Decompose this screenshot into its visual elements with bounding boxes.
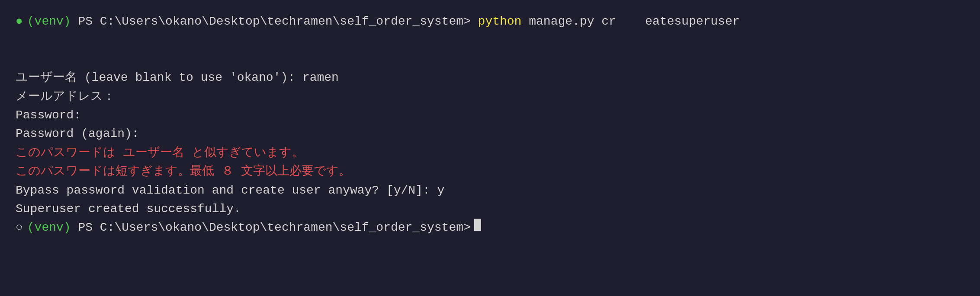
path-1: PS C:\Users\okano\Desktop\techramen\self… <box>71 12 471 31</box>
command-rest-1b: eatesuperuser <box>645 12 739 31</box>
terminal-line-8: Bypass password validation and create us… <box>16 181 964 200</box>
path-10: PS C:\Users\okano\Desktop\techramen\self… <box>71 218 471 237</box>
line-4-content: Password: <box>16 106 81 124</box>
prompt-dot-10: ○ <box>16 218 23 237</box>
terminal-line-9: Superuser created successfully. <box>16 200 964 218</box>
line-3-content: メールアドレス： <box>16 87 115 106</box>
terminal-line-10: ○ (venv) PS C:\Users\okano\Desktop\techr… <box>16 218 964 237</box>
terminal: ● (venv) PS C:\Users\okano\Desktop\techr… <box>16 12 964 237</box>
line-7-error: このパスワードは短すぎます。最低 ８ 文字以上必要です。 <box>16 162 351 181</box>
command-rest-1: manage.py cr <box>521 12 616 31</box>
line-6-error: このパスワードは ユーザー名 と似すぎています。 <box>16 143 304 162</box>
terminal-line-3: メールアドレス： <box>16 87 964 106</box>
line-8-content: Bypass password validation and create us… <box>16 181 444 200</box>
terminal-line-2: ユーザー名 (leave blank to use 'okano'): rame… <box>16 68 964 87</box>
command-keyword-1: python <box>471 12 522 31</box>
prompt-dot-1: ● <box>16 12 23 31</box>
terminal-cursor <box>474 219 481 231</box>
terminal-line-5: Password (again): <box>16 124 964 143</box>
venv-label-1: (venv) <box>27 12 71 31</box>
terminal-line-7: このパスワードは短すぎます。最低 ８ 文字以上必要です。 <box>16 162 964 181</box>
venv-label-10: (venv) <box>27 218 71 237</box>
line-2-content: ユーザー名 (leave blank to use 'okano'): rame… <box>16 68 339 87</box>
line-9-content: Superuser created successfully. <box>16 200 241 218</box>
terminal-line-1: ● (venv) PS C:\Users\okano\Desktop\techr… <box>16 12 964 68</box>
terminal-line-6: このパスワードは ユーザー名 と似すぎています。 <box>16 143 964 162</box>
terminal-line-4: Password: <box>16 106 964 124</box>
line-5-content: Password (again): <box>16 124 139 143</box>
